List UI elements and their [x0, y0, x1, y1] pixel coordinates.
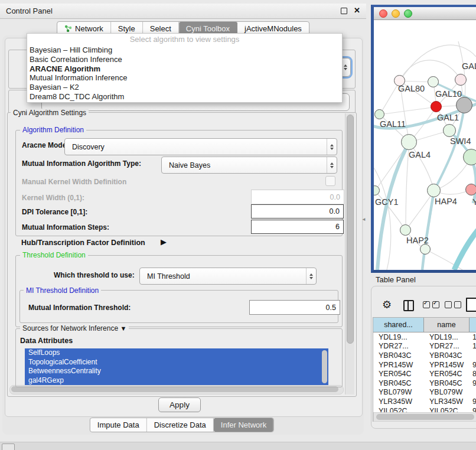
algorithm-option[interactable]: Bayesian – Hill Climbing [27, 45, 342, 55]
export-table-icon[interactable] [466, 298, 476, 312]
algorithm-option[interactable]: Basic Correlation Inference [27, 55, 342, 64]
table-hscrollbar-thumb[interactable] [376, 414, 474, 420]
tab-style-label: Style [118, 24, 135, 33]
minimize-window-icon[interactable] [392, 9, 400, 18]
close-panel-icon[interactable]: ✕ [354, 6, 360, 15]
cell: YPR145W [424, 361, 470, 369]
aracne-mode-select[interactable]: Discovery [64, 138, 337, 155]
algorithm-option[interactable]: Dream8 DC_TDC Algorithm [27, 92, 342, 102]
table-row[interactable]: YBL079WYBL079W [373, 388, 476, 397]
cell: 13 [470, 333, 476, 341]
node-gal2[interactable] [455, 74, 467, 86]
apply-button-label: Apply [169, 400, 190, 409]
zoom-window-icon[interactable] [404, 9, 412, 18]
stepper-icon [327, 139, 337, 155]
node-hap2[interactable] [400, 224, 411, 236]
table-row[interactable]: YBR045CYBR045C9. [373, 379, 476, 388]
table-row[interactable]: YDL19...YDL19...13 [373, 332, 476, 342]
mi-steps-value: 6 [335, 223, 340, 231]
table-row[interactable]: YLR345WYLR345W9. [373, 397, 476, 406]
aracne-mode-value: Discovery [65, 143, 327, 151]
tab-infer-network[interactable]: Infer Network [214, 418, 273, 432]
cell: YBR045C [424, 379, 470, 387]
node-gal4[interactable] [401, 134, 417, 150]
column-header-shared-name[interactable]: shared... [373, 318, 424, 332]
settings-vscrollbar[interactable] [345, 113, 354, 394]
splitter-collapse-icon[interactable]: ◄ [361, 217, 366, 222]
which-threshold-select[interactable]: MI Threshold [139, 268, 317, 285]
node-label: SWI4 [450, 136, 471, 146]
bottom-statusbar [0, 442, 476, 450]
mi-type-select[interactable]: Naive Bayes [161, 156, 337, 174]
node-hap4[interactable] [427, 184, 441, 197]
gear-icon[interactable]: ⚙ [382, 298, 392, 311]
sources-collapse-icon[interactable]: ▼ [120, 325, 126, 332]
cell: YBR045C [373, 379, 424, 387]
mi-threshold-input[interactable]: 0.5 [249, 300, 340, 315]
mi-threshold-group: Mutual Information Threshold: 0.5 [19, 290, 338, 323]
screen: Control Panel ✕ Network Style Select Cyn… [0, 0, 476, 450]
manual-kernel-label: Manual Kernel Width Definition [22, 178, 126, 186]
cell: YBL079W [373, 388, 424, 396]
deselect-all-columns-icon[interactable] [445, 301, 461, 308]
float-window-icon[interactable] [341, 8, 347, 14]
node-label: Y [472, 197, 476, 207]
tab-jactivemnodules-label: jActiveMNodules [244, 24, 302, 33]
mini-panel-button[interactable] [2, 444, 15, 450]
attribute-item[interactable]: TopologicalCoefficient [25, 358, 328, 367]
table-hscrollbar[interactable] [373, 412, 476, 422]
network-window-titlebar[interactable] [374, 7, 476, 20]
table-row[interactable]: YER054CYER054C8. [373, 369, 476, 379]
which-threshold-value: MI Threshold [140, 272, 306, 281]
tab-impute-data[interactable]: Impute Data [90, 418, 147, 432]
attribute-item[interactable]: SelfLoops [25, 348, 328, 358]
table-row[interactable]: YPR145WYPR145W9. [373, 360, 476, 370]
node-salmon[interactable] [465, 184, 476, 195]
node-gal10[interactable] [428, 76, 439, 87]
algorithm-definition-group: Aracne Mode: Discovery Mutual Informatio… [15, 130, 343, 236]
mi-steps-label: Mutual Information Steps: [22, 223, 109, 231]
cell: 12 [470, 342, 476, 350]
attributes-scrollbar-thumb[interactable] [322, 350, 327, 383]
mi-steps-input[interactable]: 6 [251, 220, 344, 234]
settings-vscrollbar-thumb[interactable] [347, 115, 354, 344]
select-all-columns-icon[interactable]: ✓✓ [423, 301, 439, 308]
stepper-icon [306, 268, 316, 284]
close-window-icon[interactable] [379, 9, 387, 18]
network-icon [64, 25, 72, 32]
algorithm-popup-placeholder: Select algorithm to view settings [27, 34, 342, 45]
node-swi4[interactable] [443, 124, 456, 137]
hub-definition-label[interactable]: Hub/Transcription Factor Definition [21, 239, 145, 247]
tab-infer-network-label: Infer Network [221, 420, 266, 429]
tab-discretize-data[interactable]: Discretize Data [147, 418, 214, 432]
table-row[interactable]: YDR27...YDR27...12 [373, 342, 476, 351]
column-header-partial[interactable] [470, 318, 476, 332]
table-row[interactable]: YBR043CYBR043C [373, 351, 476, 360]
apply-button[interactable]: Apply [158, 397, 201, 412]
cell: YBR043C [373, 351, 424, 360]
algorithm-option[interactable]: Bayesian – K2 [27, 83, 342, 92]
node-gal1[interactable] [431, 101, 442, 112]
network-canvas[interactable]: GAL GAL80 GAL10 GAL1 GAL11 SWI4 GAL4 GCY… [374, 20, 476, 270]
attribute-item[interactable]: BetweennessCentrality [25, 367, 328, 376]
dpi-tolerance-value: 0.0 [330, 207, 340, 216]
attribute-item[interactable]: gal4RGexp [25, 376, 328, 386]
cell: YLR345W [373, 397, 424, 406]
mi-threshold-group-title: MI Threshold Definition [24, 286, 101, 295]
node-label: GAL80 [398, 84, 425, 93]
cyni-settings-title: Cyni Algorithm Settings [11, 109, 89, 117]
dpi-tolerance-input[interactable]: 0.0 [251, 204, 344, 219]
columns-icon[interactable] [403, 300, 414, 311]
cell: YBR043C [424, 351, 470, 360]
algorithm-option[interactable]: Mutual Information Inference [27, 73, 342, 83]
node-green-right[interactable] [463, 149, 476, 165]
column-header-name[interactable]: name [424, 318, 470, 332]
node-gal11[interactable] [374, 109, 384, 119]
node-bottom[interactable] [420, 244, 431, 255]
sources-title-row[interactable]: Sources for Network Inference ▼ [20, 324, 129, 332]
node-gray[interactable] [456, 97, 472, 113]
hub-expand-icon[interactable]: ▶ [161, 237, 167, 246]
algorithm-option-selected[interactable]: ARACNE Algorithm [27, 64, 342, 74]
manual-kernel-checkbox [325, 176, 335, 186]
cell: YDL19... [373, 333, 424, 341]
